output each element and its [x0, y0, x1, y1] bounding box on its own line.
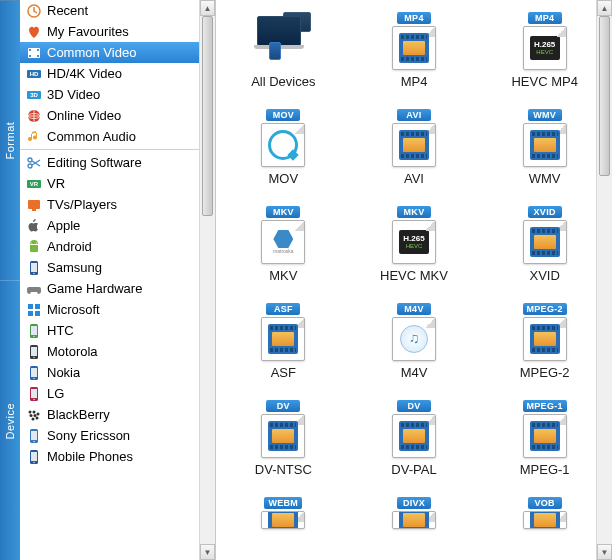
svg-rect-24 — [35, 311, 40, 316]
windows-icon — [26, 302, 42, 318]
format-item-mpeg-2[interactable]: MPEG-2MPEG-2 — [481, 299, 608, 384]
format-label: HEVC MP4 — [511, 74, 577, 89]
3d-badge-icon: 3D — [26, 87, 42, 103]
sidebar-item-hd-4k-video[interactable]: HDHD/4K Video — [20, 63, 215, 84]
format-item-mp4[interactable]: MP4MP4 — [351, 8, 478, 93]
format-item-dv-pal[interactable]: DVDV-PAL — [351, 396, 478, 481]
sidebar-item-editing-software[interactable]: Editing Software — [20, 152, 215, 173]
vr-badge-icon: VR — [26, 176, 42, 192]
scrollbar-thumb[interactable] — [202, 16, 213, 216]
all-devices-icon — [251, 12, 315, 62]
sidebar-item-favourites[interactable]: My Favourites — [20, 21, 215, 42]
file-icon — [392, 26, 436, 70]
format-label: DV-NTSC — [255, 462, 312, 477]
scroll-down-button[interactable]: ▼ — [200, 544, 215, 560]
format-badge: MP4 — [397, 12, 431, 24]
scrollbar-thumb[interactable] — [599, 16, 610, 176]
sidebar-item-label: Motorola — [47, 344, 98, 359]
format-item-mpeg-1[interactable]: MPEG-1MPEG-1 — [481, 396, 608, 481]
svg-rect-16 — [28, 200, 40, 209]
svg-point-12 — [28, 158, 32, 162]
sidebar-item-mobile-phones[interactable]: Mobile Phones — [20, 446, 215, 467]
svg-rect-4 — [37, 49, 39, 51]
sidebar-item-online-video[interactable]: Online Video — [20, 105, 215, 126]
scroll-down-button[interactable]: ▼ — [597, 544, 612, 560]
sidebar-item-lg[interactable]: LG — [20, 383, 215, 404]
sidebar-item-vr[interactable]: VRVR — [20, 173, 215, 194]
sidebar-item-label: My Favourites — [47, 24, 129, 39]
sidebar-item-microsoft[interactable]: Microsoft — [20, 299, 215, 320]
sidebar-item-label: Common Video — [47, 45, 136, 60]
svg-rect-48 — [31, 452, 37, 461]
sidebar-item-motorola[interactable]: Motorola — [20, 341, 215, 362]
sidebar-item-common-audio[interactable]: Common Audio — [20, 126, 215, 147]
file-icon: H.265HEVC — [523, 26, 567, 70]
format-item-mkv[interactable]: MKVmatroskaMKV — [220, 202, 347, 287]
file-icon — [261, 317, 305, 361]
format-item-divx[interactable]: DIVX — [351, 493, 478, 559]
svg-point-33 — [33, 377, 34, 378]
file-icon — [523, 511, 567, 529]
sidebar-item-samsung[interactable]: Samsung — [20, 257, 215, 278]
format-item-wmv[interactable]: WMVWMV — [481, 105, 608, 190]
file-icon — [261, 123, 305, 167]
sidebar-item-android[interactable]: Android — [20, 236, 215, 257]
file-icon — [261, 414, 305, 458]
format-item-avi[interactable]: AVIAVI — [351, 105, 478, 190]
file-icon — [392, 511, 436, 529]
sidebar-scrollbar[interactable]: ▲ ▼ — [199, 0, 215, 560]
format-icon: MPEG-1 — [509, 400, 581, 458]
tab-format[interactable]: Format — [0, 0, 20, 281]
sidebar-item-game-hardware[interactable]: Game Hardware — [20, 278, 215, 299]
sidebar-item-label: VR — [47, 176, 65, 191]
phone-icon — [26, 323, 42, 339]
sidebar-item-label: Samsung — [47, 260, 102, 275]
svg-point-38 — [33, 410, 36, 413]
sidebar-item-tvs-players[interactable]: TVs/Players — [20, 194, 215, 215]
format-label: ASF — [271, 365, 296, 380]
sidebar-item-recent[interactable]: Recent — [20, 0, 215, 21]
svg-point-46 — [33, 440, 34, 441]
svg-point-30 — [33, 356, 34, 357]
sidebar-item-sony-ericsson[interactable]: Sony Ericsson — [20, 425, 215, 446]
sidebar-item-common-video[interactable]: Common Video — [20, 42, 215, 63]
category-tree: RecentMy FavouritesCommon VideoHDHD/4K V… — [20, 0, 216, 560]
format-badge: MKV — [266, 206, 300, 218]
sidebar-item-nokia[interactable]: Nokia — [20, 362, 215, 383]
format-item-hevc-mp4[interactable]: MP4H.265HEVCHEVC MP4 — [481, 8, 608, 93]
svg-rect-5 — [37, 55, 39, 57]
apple-icon — [26, 218, 42, 234]
sidebar-item-apple[interactable]: Apple — [20, 215, 215, 236]
sidebar-item-label: Recent — [47, 3, 88, 18]
format-icon: ASF — [247, 303, 319, 361]
main-scrollbar[interactable]: ▲ ▼ — [596, 0, 612, 560]
format-item-vob[interactable]: VOB — [481, 493, 608, 559]
tab-device[interactable]: Device — [0, 281, 20, 561]
format-item-asf[interactable]: ASFASF — [220, 299, 347, 384]
sidebar-item-label: HTC — [47, 323, 74, 338]
format-item-dv-ntsc[interactable]: DVDV-NTSC — [220, 396, 347, 481]
format-icon: DV — [378, 400, 450, 458]
format-icon: AVI — [378, 109, 450, 167]
format-item-hevc-mkv[interactable]: MKVH.265HEVCHEVC MKV — [351, 202, 478, 287]
file-icon — [392, 414, 436, 458]
sidebar-item-3d-video[interactable]: 3D3D Video — [20, 84, 215, 105]
format-item-all-devices[interactable]: All Devices — [220, 8, 347, 93]
format-item-mov[interactable]: MOVMOV — [220, 105, 347, 190]
format-item-m4v[interactable]: M4VM4V — [351, 299, 478, 384]
scroll-up-button[interactable]: ▲ — [597, 0, 612, 16]
svg-rect-23 — [28, 311, 33, 316]
svg-point-36 — [33, 398, 34, 399]
format-badge: XVID — [528, 206, 562, 218]
format-item-webm[interactable]: WEBM — [220, 493, 347, 559]
format-badge: DIVX — [397, 497, 431, 509]
svg-point-42 — [32, 417, 35, 420]
format-badge: MP4 — [528, 12, 562, 24]
sidebar-item-htc[interactable]: HTC — [20, 320, 215, 341]
file-icon: H.265HEVC — [392, 220, 436, 264]
format-item-xvid[interactable]: XVIDXVID — [481, 202, 608, 287]
vertical-tabs: Format Device — [0, 0, 20, 560]
scroll-up-button[interactable]: ▲ — [200, 0, 215, 16]
sidebar-item-blackberry[interactable]: BlackBerry — [20, 404, 215, 425]
format-icon: WMV — [509, 109, 581, 167]
